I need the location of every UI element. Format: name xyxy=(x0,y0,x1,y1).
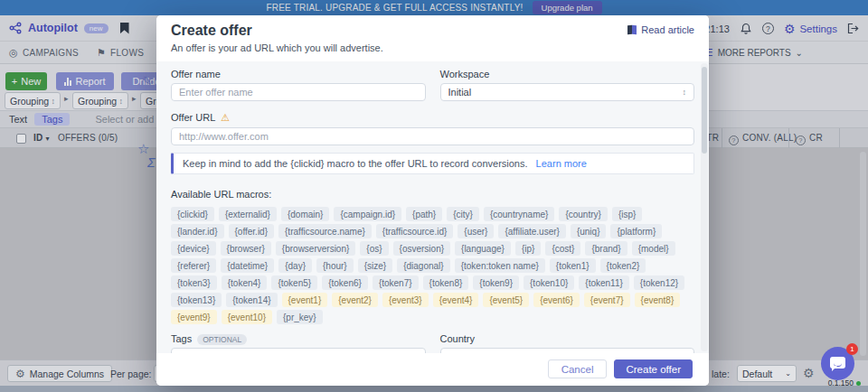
macro-chip[interactable]: {token7} xyxy=(373,275,419,290)
macro-chip[interactable]: {event4} xyxy=(433,293,479,307)
macro-chip[interactable]: {day} xyxy=(278,258,312,273)
macro-chip[interactable]: {diagonal} xyxy=(397,258,450,273)
updown-icon: ↕ xyxy=(683,88,687,97)
macro-chip[interactable]: {clickid} xyxy=(171,207,214,221)
country-value: Global(GLB) xyxy=(448,351,504,353)
macro-chip[interactable]: {pr_key} xyxy=(277,310,323,324)
tags-input[interactable] xyxy=(171,348,426,353)
macro-chip[interactable]: {model} xyxy=(632,241,675,256)
clickid-note-text: Keep in mind to add the {clickid} macro … xyxy=(183,158,528,169)
modal-subtitle: An offer is your ad URL which you will a… xyxy=(171,42,694,53)
modal-scrollbar-thumb[interactable] xyxy=(702,67,707,154)
macro-chip[interactable]: {country} xyxy=(559,207,607,221)
macro-chip[interactable]: {device} xyxy=(171,241,216,256)
macro-chip[interactable]: {token14} xyxy=(226,293,277,307)
macro-chip[interactable]: {affiliate.user} xyxy=(498,224,565,238)
optional-badge: OPTIONAL xyxy=(197,334,247,345)
macro-chip[interactable]: {token8} xyxy=(423,275,469,290)
macro-chip[interactable]: {referer} xyxy=(171,258,216,273)
workspace-select[interactable]: Initial ↕ xyxy=(440,83,695,101)
macro-chip[interactable]: {domain} xyxy=(281,207,329,221)
macro-chip[interactable]: {token3} xyxy=(171,275,217,290)
macro-chip[interactable]: {path} xyxy=(406,207,442,221)
macro-chip[interactable]: {event9} xyxy=(171,310,217,324)
macro-chip[interactable]: {offer.id} xyxy=(229,224,275,238)
macro-chip[interactable]: {token:token name} xyxy=(455,258,545,273)
macro-chip[interactable]: {event1} xyxy=(282,293,328,307)
macro-chip[interactable]: {user} xyxy=(458,224,494,238)
macro-chip[interactable]: {token12} xyxy=(634,275,684,290)
macro-chip[interactable]: {token6} xyxy=(322,275,368,290)
macro-chip[interactable]: {city} xyxy=(447,207,479,221)
workspace-value: Initial xyxy=(448,87,472,98)
offer-url-input[interactable] xyxy=(171,127,694,145)
modal-title: Create offer xyxy=(171,23,694,39)
macro-chip[interactable]: {platform} xyxy=(610,224,662,238)
clickid-note: Keep in mind to add the {clickid} macro … xyxy=(171,153,694,174)
macro-chip[interactable]: {hour} xyxy=(316,258,354,273)
macro-chip[interactable]: {trafficsource.id} xyxy=(376,224,454,238)
macro-chip[interactable]: {language} xyxy=(455,241,511,256)
warning-icon: ⚠ xyxy=(221,112,230,123)
country-label: Country xyxy=(440,333,695,344)
workspace-label: Workspace xyxy=(440,69,695,79)
macros-list: {clickid}{externalid}{domain}{campaign.i… xyxy=(171,207,694,324)
macro-chip[interactable]: {browser} xyxy=(221,241,271,256)
macro-chip[interactable]: {token5} xyxy=(271,275,317,290)
macro-chip[interactable]: {campaign.id} xyxy=(334,207,401,221)
macro-chip[interactable]: {browserversion} xyxy=(276,241,355,256)
macro-chip[interactable]: {ip} xyxy=(515,241,541,256)
macro-chip[interactable]: {uniq} xyxy=(571,224,607,238)
offer-name-input[interactable] xyxy=(171,83,426,101)
modal-footer: Cancel Create offer xyxy=(156,353,709,386)
book-icon xyxy=(627,25,637,34)
macro-chip[interactable]: {event6} xyxy=(533,293,580,307)
macro-chip[interactable]: {os} xyxy=(360,241,388,256)
macro-chip[interactable]: {trafficsource.name} xyxy=(278,224,372,238)
macro-chip[interactable]: {event2} xyxy=(332,293,378,307)
offer-url-label: Offer URL⚠ xyxy=(171,112,694,124)
macros-label: Available URL macros: xyxy=(171,189,271,200)
macro-chip[interactable]: {countryname} xyxy=(484,207,555,221)
modal-scrollbar-track[interactable] xyxy=(701,63,708,351)
macro-chip[interactable]: {lander.id} xyxy=(171,224,224,238)
learn-more-link[interactable]: Learn more xyxy=(536,158,587,169)
macro-chip[interactable]: {event10} xyxy=(222,310,272,324)
modal-header: Create offer An offer is your ad URL whi… xyxy=(156,15,709,61)
macro-chip[interactable]: {event3} xyxy=(382,293,429,307)
macro-chip[interactable]: {datetime} xyxy=(221,258,274,273)
macro-chip[interactable]: {token2} xyxy=(600,258,646,273)
macro-chip[interactable]: {externalid} xyxy=(219,207,277,221)
cancel-button[interactable]: Cancel xyxy=(548,359,608,378)
macro-chip[interactable]: {token4} xyxy=(222,275,268,290)
macro-chip[interactable]: {event8} xyxy=(635,293,681,307)
updown-icon: ↕ xyxy=(683,352,687,353)
macro-chip[interactable]: {osversion} xyxy=(393,241,450,256)
macro-chip[interactable]: {event7} xyxy=(584,293,630,307)
macro-chip[interactable]: {token10} xyxy=(524,275,574,290)
modal-body: Offer name Workspace Initial ↕ Offer URL… xyxy=(156,61,709,353)
create-offer-button[interactable]: Create offer xyxy=(614,359,693,378)
offer-name-label: Offer name xyxy=(171,69,426,79)
create-offer-modal: Create offer An offer is your ad URL whi… xyxy=(156,15,709,386)
macro-chip[interactable]: {isp} xyxy=(612,207,642,221)
read-article-link[interactable]: Read article xyxy=(627,24,694,35)
chat-bubble-icon xyxy=(830,357,845,369)
tags-label: TagsOPTIONAL xyxy=(171,333,426,344)
macro-chip[interactable]: {cost} xyxy=(545,241,580,256)
macro-chip[interactable]: {size} xyxy=(358,258,392,273)
macro-chip[interactable]: {token1} xyxy=(550,258,596,273)
macro-chip[interactable]: {token11} xyxy=(579,275,629,290)
macro-chip[interactable]: {token13} xyxy=(171,293,222,307)
macro-chip[interactable]: {brand} xyxy=(585,241,627,256)
chat-widget-button[interactable] xyxy=(821,347,854,380)
country-select[interactable]: Global(GLB) ↕ xyxy=(440,348,695,353)
macro-chip[interactable]: {event5} xyxy=(483,293,529,307)
macro-chip[interactable]: {token9} xyxy=(473,275,519,290)
read-article-label: Read article xyxy=(641,24,694,35)
